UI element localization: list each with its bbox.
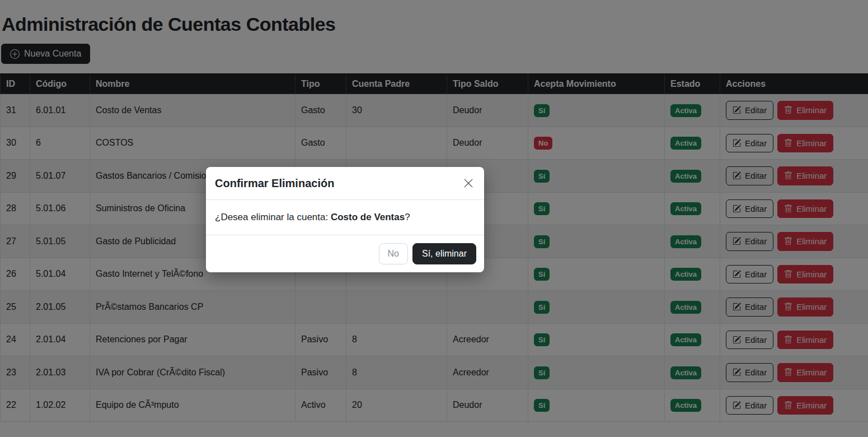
close-icon (463, 178, 474, 189)
modal-account-name: Costo de Ventas (331, 212, 405, 222)
modal-close-button[interactable] (462, 176, 475, 190)
modal-question-prefix: ¿Desea eliminar la cuenta: (215, 212, 331, 222)
modal-footer: No Sí, eliminar (206, 235, 484, 272)
modal-body: ¿Desea eliminar la cuenta: Costo de Vent… (206, 200, 484, 235)
modal-question-suffix: ? (405, 212, 410, 222)
confirm-delete-modal: Confirmar Eliminación ¿Desea eliminar la… (206, 167, 484, 272)
modal-title: Confirmar Eliminación (215, 177, 334, 190)
cancel-delete-button[interactable]: No (379, 243, 408, 264)
modal-header: Confirmar Eliminación (206, 167, 484, 200)
confirm-delete-button[interactable]: Sí, eliminar (412, 243, 476, 264)
